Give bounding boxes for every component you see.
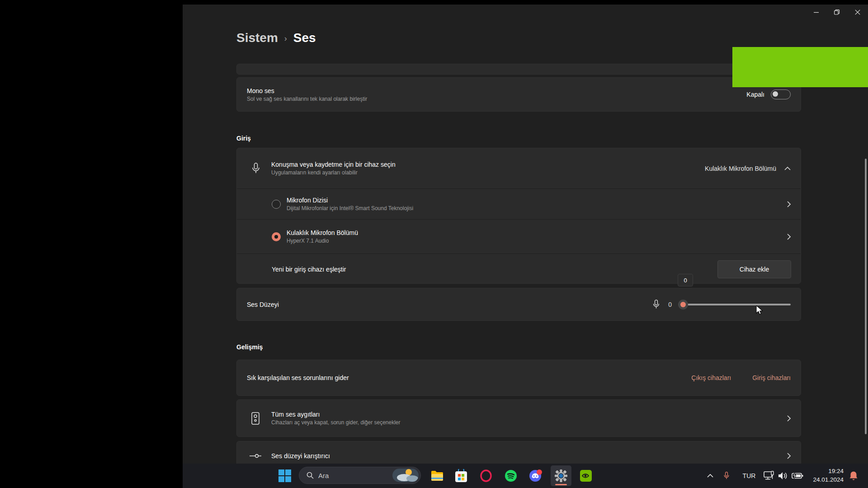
restore-icon: [834, 9, 840, 15]
mono-audio-subtitle: Sol ve sağ ses kanallarını tek kanal ola…: [247, 95, 746, 103]
windows-logo-icon: [278, 469, 292, 483]
troubleshoot-row: Sık karşılaşılan ses sorunlarını gider Ç…: [236, 360, 801, 396]
device-option-mikrofon-dizisi[interactable]: Mikrofon Dizisi Dijital Mikrofonlar için…: [237, 188, 801, 219]
search-icon: [307, 472, 314, 479]
network-icon: [764, 471, 774, 481]
input-volume-row: Ses Düzeyi 0: [236, 288, 801, 321]
troubleshoot-label: Sık karşılaşılan ses sorunlarını gider: [247, 373, 691, 382]
active-app-indicator: [555, 484, 567, 485]
speaker-device-icon: [251, 412, 259, 425]
microsoft-store-button[interactable]: [454, 469, 468, 483]
device-option-desc: Dijital Mikrofonlar için Intel® Smart So…: [287, 205, 787, 212]
window-caption-controls: [806, 5, 868, 20]
all-sound-devices-title: Tüm ses aygıtları: [271, 410, 787, 419]
mono-audio-toggle[interactable]: [771, 89, 791, 99]
tray-microphone-in-use[interactable]: [722, 469, 731, 482]
tray-volume-button[interactable]: [777, 470, 788, 481]
clock-date: 24.01.2024: [813, 475, 844, 484]
slider-tooltip-value: 0: [684, 277, 687, 284]
tray-notification-bell[interactable]: [848, 470, 859, 481]
search-placeholder: Ara: [318, 472, 329, 479]
page-title: Ses: [293, 31, 316, 45]
close-button[interactable]: [847, 5, 868, 20]
spotify-icon: [505, 469, 517, 482]
chevron-up-icon: [707, 474, 713, 478]
speaker-icon: [778, 471, 788, 480]
breadcrumb-system[interactable]: Sistem: [236, 31, 278, 45]
file-explorer-icon: [431, 470, 443, 481]
slider-thumb[interactable]: [678, 300, 688, 310]
microphone-small-icon: [652, 300, 660, 310]
spotify-button[interactable]: [504, 469, 518, 483]
taskbar-search[interactable]: Ara: [299, 467, 421, 484]
opera-gx-button[interactable]: [479, 469, 493, 483]
all-sound-devices-row[interactable]: Tüm ses aygıtları Cihazları aç veya kapa…: [236, 399, 801, 437]
language-label: TUR: [743, 472, 756, 479]
breadcrumb: Sistem › Ses: [236, 31, 316, 45]
device-option-kulaklik-mikrofon[interactable]: Kulaklık Mikrofon Bölümü HyperX 7.1 Audi…: [237, 219, 801, 253]
chevron-right-icon: [787, 234, 791, 240]
vertical-scrollbar[interactable]: [865, 159, 867, 434]
notification-bell-icon: [849, 471, 858, 481]
tray-show-hidden-icons[interactable]: [705, 471, 716, 481]
pair-input-device-label: Yeni bir giriş cihazı eşleştir: [272, 265, 717, 274]
add-device-button[interactable]: Cihaz ekle: [717, 260, 791, 278]
start-button[interactable]: [277, 469, 293, 483]
microsoft-store-icon: [455, 469, 467, 483]
volume-mixer-title: Ses düzeyi karıştırıcı: [271, 451, 787, 460]
selected-input-device-value: Kulaklık Mikrofon Bölümü: [705, 164, 776, 173]
device-option-name: Kulaklık Mikrofon Bölümü: [287, 228, 787, 237]
settings-gear-icon: [554, 469, 568, 483]
taskbar: Ara: [183, 464, 868, 488]
section-header-advanced: Gelişmiş: [236, 343, 263, 351]
clock-time: 19:24: [813, 467, 844, 475]
pair-input-device-row: Yeni bir giriş cihazı eşleştir Cihaz ekl…: [237, 253, 801, 284]
minimize-button[interactable]: [806, 5, 826, 20]
input-volume-value: 0: [668, 300, 672, 309]
tray-clock[interactable]: 19:24 24.01.2024: [813, 467, 844, 484]
radio-selected[interactable]: [272, 232, 281, 241]
input-device-select-title: Konuşma veya kaydetme için bir cihaz seç…: [271, 160, 705, 169]
mouse-cursor: [756, 305, 764, 317]
input-device-select-subtitle: Uygulamaların kendi ayarları olabilir: [271, 169, 705, 177]
mono-audio-title: Mono ses: [247, 86, 746, 95]
tray-language-switcher[interactable]: TUR: [740, 471, 758, 481]
radio-unselected[interactable]: [272, 200, 281, 209]
discord-button[interactable]: [529, 469, 542, 483]
minimize-icon: [814, 10, 819, 15]
green-overlay-rectangle: [732, 47, 868, 87]
output-devices-link[interactable]: Çıkış cihazları: [691, 374, 731, 381]
file-explorer-button[interactable]: [430, 469, 444, 483]
section-header-input: Giriş: [236, 135, 251, 142]
toggle-knob: [773, 91, 778, 97]
volume-mixer-row[interactable]: Ses düzeyi karıştırıcı: [236, 441, 801, 464]
input-volume-slider[interactable]: [679, 304, 791, 305]
mixer-icon: [250, 453, 261, 459]
all-sound-devices-subtitle: Cihazları aç veya kapat, sorun gider, di…: [271, 419, 787, 427]
device-option-name: Mikrofon Dizisi: [287, 196, 787, 205]
mono-audio-row: Mono ses Sol ve sağ ses kanallarını tek …: [236, 77, 801, 112]
nvidia-button[interactable]: [579, 469, 593, 483]
microphone-icon: [251, 163, 260, 174]
discord-icon: [529, 469, 542, 483]
partial-scrolled-row: [236, 64, 801, 75]
weather-widget-icon[interactable]: [392, 469, 419, 482]
slider-value-tooltip: 0: [678, 274, 693, 286]
input-device-select-row[interactable]: Konuşma veya kaydetme için bir cihaz seç…: [237, 148, 801, 188]
screen: Sistem › Ses Mono ses Sol ve sağ ses kan…: [0, 0, 868, 488]
breadcrumb-separator-icon: ›: [284, 33, 287, 43]
device-option-desc: HyperX 7.1 Audio: [287, 237, 787, 245]
nvidia-icon: [580, 469, 592, 482]
chevron-up-icon[interactable]: [784, 167, 791, 170]
tray-battery-button[interactable]: [791, 471, 804, 481]
settings-app-button[interactable]: [551, 465, 571, 486]
opera-gx-icon: [480, 469, 492, 482]
chevron-right-icon: [787, 201, 791, 207]
input-volume-label: Ses Düzeyi: [247, 300, 652, 309]
restore-button[interactable]: [826, 5, 847, 20]
close-icon: [855, 9, 860, 15]
tray-network-button[interactable]: [763, 470, 775, 481]
input-devices-link[interactable]: Giriş cihazları: [752, 374, 791, 381]
input-device-expander: Konuşma veya kaydetme için bir cihaz seç…: [236, 148, 801, 284]
battery-charging-icon: [792, 472, 803, 479]
